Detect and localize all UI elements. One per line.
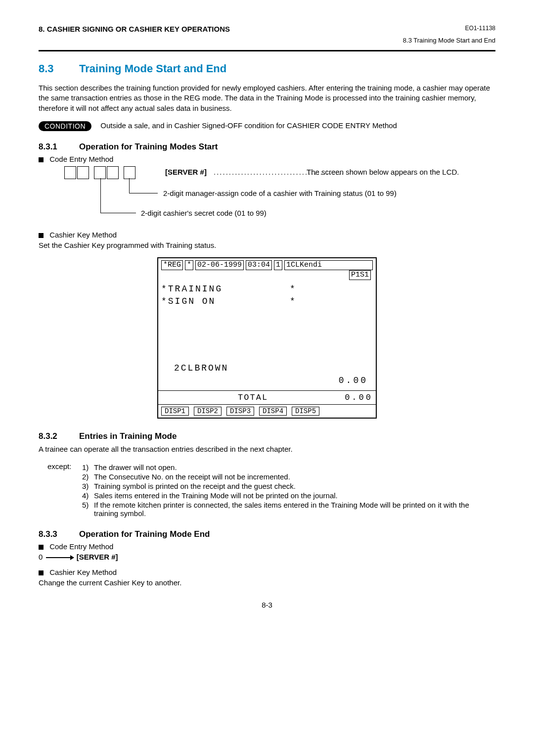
lcd-disp2: DISP2 bbox=[194, 407, 222, 416]
diagram-line bbox=[129, 193, 158, 193]
sub2-para: A trainee can operate all the transactio… bbox=[39, 444, 495, 454]
lcd-reg: *REG bbox=[161, 260, 183, 270]
sub1-cashier-key-text: Set the Cashier Key programmed with Trai… bbox=[39, 241, 495, 249]
except-item: 1)The drawer will not open. bbox=[82, 463, 495, 472]
header-sub: 8.3 Training Mode Start and End bbox=[403, 37, 495, 44]
section-title: 8.3 Training Mode Start and End bbox=[39, 62, 495, 75]
lcd-appears-note: The screen shown below appears on the LC… bbox=[307, 168, 459, 176]
page-number: 8-3 bbox=[39, 601, 495, 609]
lcd-status-bar: *REG * 02-06-1999 03:04 1 1CLKendi bbox=[161, 260, 373, 270]
lcd-amount: 0.00 bbox=[161, 375, 373, 387]
diagram-line bbox=[129, 178, 130, 193]
sub3-sequence: 0 [SERVER #] bbox=[39, 553, 495, 561]
bullet-icon bbox=[39, 570, 44, 575]
condition-text: Outside a sale, and in Cashier Signed-OF… bbox=[100, 121, 397, 130]
sub3-code-entry-label: Code Entry Method bbox=[49, 542, 113, 551]
except-item: 2)The Consecutive No. on the receipt wil… bbox=[82, 472, 495, 481]
key-entry-diagram: [SERVER #] .............................… bbox=[64, 166, 495, 222]
except-label: except: bbox=[47, 462, 82, 519]
key-box bbox=[64, 166, 76, 179]
sub2-heading: Entries in Training Mode bbox=[79, 431, 177, 441]
sub1-num: 8.3.1 bbox=[39, 142, 79, 152]
sub3-zero: 0 bbox=[39, 553, 43, 561]
header-rule bbox=[39, 50, 495, 51]
condition-row: CONDITION Outside a sale, and in Cashier… bbox=[39, 121, 495, 131]
diagram-legend-2: 2-digit cashier's secret code (01 to 99) bbox=[141, 209, 267, 217]
sub1-cashier-key-label: Cashier Key Method bbox=[49, 231, 117, 239]
header-right: EO1-11138 8.3 Training Mode Start and En… bbox=[403, 25, 495, 44]
bullet-icon bbox=[39, 545, 44, 550]
section-num: 8.3 bbox=[39, 62, 79, 75]
except-list: 1)The drawer will not open. 2)The Consec… bbox=[82, 462, 495, 519]
lcd-body: *TRAINING* *SIGN ON* 2CLBROWN 0.00 bbox=[158, 282, 376, 390]
sub1-code-entry-label: Code Entry Method bbox=[49, 155, 113, 163]
key-box bbox=[77, 166, 89, 179]
subsection-1-title: 8.3.1 Operation for Training Modes Start bbox=[39, 142, 495, 152]
lcd-name: 2CLBROWN bbox=[161, 362, 373, 375]
lcd-disp1: DISP1 bbox=[161, 407, 189, 416]
sub3-num: 8.3.3 bbox=[39, 529, 79, 539]
sub1-code-entry: Code Entry Method bbox=[39, 155, 495, 163]
lcd-time: 03:04 bbox=[246, 260, 272, 270]
sub1-cashier-key: Cashier Key Method bbox=[39, 231, 495, 239]
sub3-code-entry: Code Entry Method bbox=[39, 542, 495, 551]
condition-pill: CONDITION bbox=[39, 121, 91, 131]
section-heading: Training Mode Start and End bbox=[79, 62, 226, 75]
lcd-disp5: DISP5 bbox=[292, 407, 319, 416]
lcd-screen: *REG * 02-06-1999 03:04 1 1CLKendi P1S1 … bbox=[157, 257, 377, 419]
sub1-heading: Operation for Training Modes Start bbox=[79, 142, 218, 152]
lcd-p1s1: P1S1 bbox=[349, 270, 371, 280]
lcd-disp3: DISP3 bbox=[226, 407, 254, 416]
lcd-one: 1 bbox=[274, 260, 282, 270]
sub3-cashier-key: Cashier Key Method bbox=[39, 568, 495, 576]
lcd-star: * bbox=[185, 260, 193, 270]
key-box bbox=[107, 166, 119, 179]
lcd-disp-row: DISP1 DISP2 DISP3 DISP4 DISP5 bbox=[158, 404, 376, 418]
chapter-title: 8. CASHIER SIGNING OR CASHIER KEY OPERAT… bbox=[39, 25, 230, 33]
sub3-server-hash: [SERVER #] bbox=[77, 553, 118, 561]
lcd-total-label: TOTAL bbox=[238, 393, 268, 402]
sub3-cashier-key-text: Change the current Cashier Key to anothe… bbox=[39, 578, 495, 587]
diagram-line bbox=[100, 213, 136, 213]
server-hash-key: [SERVER #] bbox=[165, 168, 207, 176]
key-box bbox=[94, 166, 106, 179]
bullet-icon bbox=[39, 233, 44, 238]
except-item: 4)Sales items entered in the Training Mo… bbox=[82, 491, 495, 500]
except-item: 5)If the remote kitchen printer is conne… bbox=[82, 501, 495, 518]
lcd-total-amount: 0.00 bbox=[345, 393, 373, 402]
lcd-line2-right: * bbox=[290, 295, 297, 308]
except-block: except: 1)The drawer will not open. 2)Th… bbox=[47, 462, 495, 519]
doc-id: EO1-11138 bbox=[403, 25, 495, 32]
section-para: This section describes the training func… bbox=[39, 83, 495, 113]
lcd-line1-right: * bbox=[290, 283, 297, 295]
bullet-icon bbox=[39, 157, 44, 162]
sub3-heading: Operation for Training Mode End bbox=[79, 529, 210, 539]
lcd-line1-left: *TRAINING bbox=[161, 283, 290, 295]
page-header: 8. CASHIER SIGNING OR CASHIER KEY OPERAT… bbox=[39, 25, 495, 44]
lcd-disp4: DISP4 bbox=[259, 407, 287, 416]
lcd-date: 02-06-1999 bbox=[195, 260, 244, 270]
subsection-3-title: 8.3.3 Operation for Training Mode End bbox=[39, 529, 495, 539]
except-item: 3)Training symbol is printed on the rece… bbox=[82, 482, 495, 490]
sub2-num: 8.3.2 bbox=[39, 431, 79, 441]
subsection-2-title: 8.3.2 Entries in Training Mode bbox=[39, 431, 495, 441]
key-box bbox=[124, 166, 135, 179]
diagram-line bbox=[100, 178, 101, 213]
diagram-legend-1: 2-digit manager-assign code of a cashier… bbox=[163, 189, 397, 197]
arrow-icon bbox=[46, 557, 74, 558]
lcd-total-row: TOTAL 0.00 bbox=[158, 390, 376, 404]
sub3-cashier-key-label: Cashier Key Method bbox=[49, 568, 117, 576]
lcd-clerk: 1CLKendi bbox=[284, 260, 373, 270]
lcd-line2-left: *SIGN ON bbox=[161, 295, 290, 308]
